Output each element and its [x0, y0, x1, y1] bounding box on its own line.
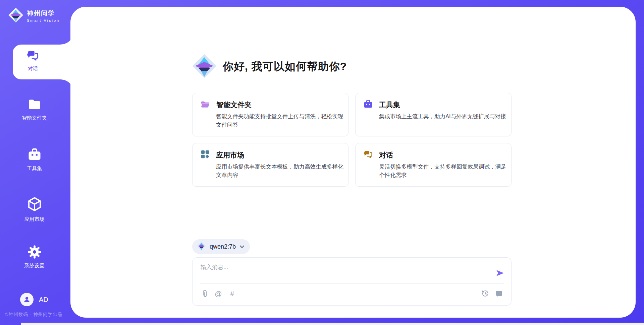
card-description: 集成市场上主流工具，助力AI与外界无缝扩展与对接 [379, 112, 511, 121]
history-button[interactable] [481, 290, 489, 298]
main-panel: 你好, 我可以如何帮助你? 智能文件夹 智能文件夹功能支持批量文件上传与清洗，轻… [70, 7, 636, 318]
send-button[interactable] [495, 268, 505, 278]
cube-icon [0, 196, 69, 214]
chat-bubbles-icon [27, 50, 39, 63]
composer-tools-right [481, 290, 503, 298]
sidebar-item-chat[interactable]: 对话 [13, 32, 70, 91]
sidebar-item-smart-folder[interactable]: 智能文件夹 [0, 99, 69, 121]
card-description: 灵活切换多模型文件，支持多样回复效果调试，满足个性化需求 [379, 162, 511, 179]
message-input[interactable] [201, 263, 476, 281]
avatar [20, 293, 34, 306]
card-toolkit[interactable]: 工具集 集成市场上主流工具，助力AI与外界无缝扩展与对接 [355, 93, 512, 136]
folder-icon [0, 99, 69, 111]
card-smart-folder[interactable]: 智能文件夹 智能文件夹功能支持批量文件上传与清洗，轻松实现文件问答 [192, 93, 348, 136]
app-subtitle: Smart Vision [27, 18, 60, 22]
attach-file-button[interactable] [201, 290, 209, 298]
sidebar-item-label: 系统设置 [0, 263, 69, 269]
history-icon [482, 290, 489, 298]
chevron-down-icon [239, 244, 245, 250]
card-title: 智能文件夹 [216, 100, 252, 110]
sidebar-item-label: 智能文件夹 [0, 115, 69, 121]
card-title: 对话 [379, 150, 393, 160]
briefcase-icon [0, 148, 69, 162]
folder-open-icon [201, 100, 210, 110]
brand-diamond-icon [197, 242, 206, 252]
card-title: 工具集 [379, 100, 400, 110]
composer-divider [200, 283, 504, 284]
sidebar-item-settings[interactable]: 系统设置 [0, 245, 69, 269]
card-app-market[interactable]: 应用市场 应用市场提供丰富长文本模板，助力高效生成多样化文章内容 [192, 143, 348, 187]
message-composer: @ # [192, 257, 512, 306]
app-logo: 神州问学 Smart Vision [8, 7, 60, 24]
paperclip-icon [202, 290, 207, 298]
card-chat[interactable]: 对话 灵活切换多模型文件，支持多样回复效果调试，满足个性化需求 [355, 143, 512, 187]
composer-tools-left: @ # [201, 290, 236, 298]
mention-button[interactable]: @ [214, 290, 222, 298]
briefcase-icon [364, 100, 373, 110]
user-name: AD [39, 296, 48, 304]
brand-diamond-icon [192, 54, 217, 80]
topic-button[interactable]: # [228, 290, 236, 298]
card-description: 应用市场提供丰富长文本模板，助力高效生成多样化文章内容 [216, 162, 347, 179]
model-name: qwen2:7b [210, 243, 236, 250]
hash-icon: # [230, 290, 234, 298]
greeting-block: 你好, 我可以如何帮助你? [192, 54, 347, 80]
comment-icon [495, 290, 503, 297]
send-icon [496, 269, 504, 277]
brand-diamond-icon [8, 7, 23, 24]
copyright-text: ©神州数码 · 神州问学出品 [5, 312, 62, 318]
chat-bubbles-icon [364, 150, 373, 160]
comment-button[interactable] [495, 290, 503, 298]
sidebar-item-label: 工具集 [0, 166, 69, 172]
card-title: 应用市场 [216, 150, 244, 160]
gear-icon [0, 245, 69, 260]
at-icon: @ [215, 290, 222, 298]
sidebar-item-label: 对话 [13, 66, 53, 72]
app-root: 神州问学 Smart Vision 对话 智能文件夹 [0, 0, 644, 325]
sidebar-item-label: 应用市场 [0, 216, 69, 222]
card-description: 智能文件夹功能支持批量文件上传与清洗，轻松实现文件问答 [216, 112, 347, 129]
app-title: 神州问学 [27, 9, 60, 18]
user-profile[interactable]: AD [20, 293, 48, 306]
grid-icon [201, 150, 210, 160]
person-icon [23, 296, 31, 304]
greeting-title: 你好, 我可以如何帮助你? [223, 59, 347, 74]
horizontal-scrollbar[interactable] [21, 323, 644, 325]
feature-cards: 智能文件夹 智能文件夹功能支持批量文件上传与清洗，轻松实现文件问答 工具集 集成… [192, 93, 512, 187]
sidebar-item-toolkit[interactable]: 工具集 [0, 148, 69, 172]
sidebar-item-app-market[interactable]: 应用市场 [0, 196, 69, 222]
model-selector[interactable]: qwen2:7b [192, 239, 250, 254]
